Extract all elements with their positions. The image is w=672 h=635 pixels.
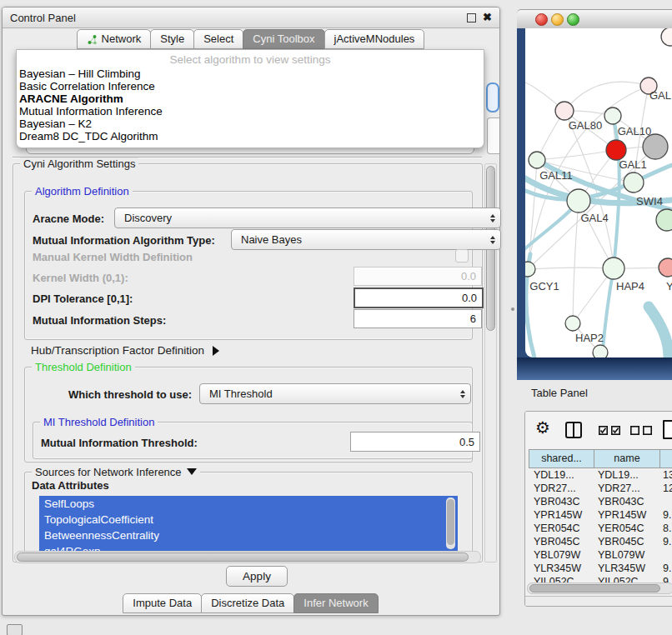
mi-threshold-field[interactable]: 0.5 — [350, 432, 480, 452]
table-cell: YBR045C — [529, 535, 593, 548]
network-canvas[interactable]: GALGAL80GAL10GAL1GAL11SWI4GAL4GCY1HAP4YH… — [525, 28, 672, 358]
network-node-swi4[interactable] — [624, 172, 644, 192]
network-node-gcy1[interactable] — [525, 262, 535, 277]
manual-kernel-checkbox[interactable] — [455, 249, 469, 262]
network-edge[interactable] — [649, 307, 669, 358]
hub-definition-expander[interactable]: Hub/Transcription Factor Definition — [31, 344, 219, 357]
table-horizontal-scrollbar[interactable] — [527, 582, 672, 594]
gear-icon[interactable]: ⚙ — [535, 418, 550, 438]
select-all-columns-icon[interactable] — [599, 426, 620, 435]
network-node[interactable] — [643, 134, 668, 159]
tab-cyni-toolbox[interactable]: Cyni Toolbox — [243, 29, 324, 49]
network-node-gal4[interactable] — [567, 189, 590, 212]
which-threshold-select[interactable]: MI Threshold — [199, 383, 471, 404]
table-cell: YBL079W — [593, 548, 658, 562]
aracne-mode-select[interactable]: Discovery — [114, 208, 501, 228]
table-cell: 8. — [658, 522, 672, 535]
network-edge[interactable] — [537, 150, 616, 160]
column-header[interactable]: name — [594, 449, 660, 468]
table-row[interactable]: YBR043CYBR043C — [529, 495, 672, 508]
network-node-hap2[interactable] — [565, 316, 580, 331]
tab-infer-network[interactable]: Infer Network — [293, 593, 378, 613]
sources-legend[interactable]: Sources for Network Inference — [32, 466, 200, 478]
table-row[interactable]: YDL19...YDL19...13 — [529, 468, 672, 482]
data-attribute-item[interactable]: SelfLoops — [39, 496, 458, 512]
deselect-all-columns-icon[interactable] — [630, 426, 652, 435]
data-attribute-item[interactable]: BetweennessCentrality — [39, 528, 458, 543]
table-cell: YPR145W — [529, 508, 593, 522]
column-header[interactable]: shared... — [529, 449, 594, 468]
table-row[interactable]: YDR27...YDR27...12 — [529, 482, 672, 495]
file-icon[interactable] — [663, 420, 672, 439]
zoom-traffic-light-icon[interactable] — [567, 13, 579, 26]
table-cell: YBR043C — [593, 495, 658, 508]
network-node[interactable] — [661, 28, 672, 46]
table-body: YDL19...YDL19...13YDR27...YDR27...12YBR0… — [529, 468, 672, 588]
network-node[interactable] — [656, 209, 672, 231]
algorithm-option[interactable]: Bayesian – Hill Climbing — [17, 68, 484, 80]
cyni-settings-legend: Cyni Algorithm Settings — [20, 158, 138, 170]
algorithm-definition-legend: Algorithm Definition — [32, 185, 133, 198]
settings-horizontal-scrollbar[interactable] — [14, 551, 481, 563]
data-attribute-item[interactable]: TopologicalCoefficient — [39, 512, 458, 528]
network-node-gal11[interactable] — [529, 152, 545, 168]
mi-type-select[interactable]: Naive Bayes — [231, 229, 501, 250]
split-columns-icon[interactable] — [565, 422, 582, 438]
data-attribute-item[interactable]: gal4RGexp — [39, 543, 458, 551]
table-header-row: shared...name — [529, 449, 672, 468]
network-node-gal10[interactable] — [604, 108, 621, 124]
data-attributes-list[interactable]: SelfLoopsTopologicalCoefficientBetweenne… — [39, 496, 458, 551]
network-node-y[interactable] — [659, 258, 672, 277]
attributes-scrollbar[interactable] — [446, 498, 455, 549]
tab-discretize-data[interactable]: Discretize Data — [201, 593, 294, 613]
attributes-scrollbar-thumb[interactable] — [447, 499, 454, 545]
close-icon[interactable]: ✖ — [483, 13, 492, 22]
network-edge[interactable] — [564, 82, 649, 111]
table-panel-toolbar: ⚙ — [525, 412, 672, 448]
table-row[interactable]: YPR145WYPR145W9. — [529, 508, 672, 522]
table-horizontal-scrollbar-thumb[interactable] — [529, 584, 660, 592]
close-traffic-light-icon[interactable] — [535, 13, 548, 26]
table-row[interactable]: YLR345WYLR345W9. — [529, 562, 672, 575]
tab-label: Select — [203, 30, 233, 48]
algorithm-option[interactable]: Mutual Information Inference — [17, 105, 484, 118]
tab-jactivemnodules[interactable]: jActiveMNodules — [324, 29, 425, 49]
network-window-titlebar[interactable] — [517, 9, 672, 29]
tab-label: Cyni Toolbox — [253, 30, 314, 48]
network-node-gal1[interactable] — [606, 140, 626, 160]
network-edge[interactable] — [573, 201, 579, 323]
tab-style[interactable]: Style — [150, 29, 194, 49]
network-node-gal80[interactable] — [555, 102, 574, 120]
mi-type-value: Naive Bayes — [241, 233, 302, 246]
aracne-mode-value: Discovery — [124, 212, 172, 224]
mi-steps-field[interactable]: 6 — [354, 309, 482, 328]
network-node[interactable] — [593, 345, 608, 358]
aracne-mode-label: Aracne Mode: — [33, 212, 104, 225]
collapsed-panel-icon[interactable] — [7, 624, 23, 635]
table-cell — [658, 548, 672, 562]
algorithm-option[interactable]: Dream8 DC_TDC Algorithm — [17, 130, 484, 142]
threshold-definition-legend: Threshold Definition — [32, 361, 135, 373]
algorithm-option[interactable]: Bayesian – K2 — [17, 118, 484, 130]
tab-network[interactable]: Network — [77, 29, 152, 49]
network-graph[interactable]: GALGAL80GAL10GAL1GAL11SWI4GAL4GCY1HAP4YH… — [525, 28, 672, 358]
column-header[interactable] — [660, 449, 672, 468]
kernel-width-field[interactable]: 0.0 — [354, 267, 482, 286]
tab-select[interactable]: Select — [193, 29, 243, 49]
apply-button[interactable]: Apply — [226, 566, 288, 587]
table-row[interactable]: YER054CYER054C8. — [529, 522, 672, 535]
table-row[interactable]: YBL079WYBL079W — [529, 548, 672, 562]
tab-impute-data[interactable]: Impute Data — [123, 593, 202, 613]
dpi-tolerance-field[interactable]: 0.0 — [354, 288, 484, 308]
network-node-hap4[interactable] — [603, 258, 624, 279]
float-icon[interactable] — [467, 13, 476, 22]
algorithm-option[interactable]: ARACNE Algorithm — [17, 92, 484, 105]
tab-label: Network — [102, 30, 142, 48]
network-edge[interactable] — [528, 268, 614, 269]
minimize-traffic-light-icon[interactable] — [551, 13, 564, 26]
table-cell: 13 — [658, 468, 672, 482]
algorithm-option[interactable]: Basic Correlation Inference — [17, 80, 484, 92]
panel-resize-handle[interactable] — [511, 308, 514, 311]
table-row[interactable]: YBR045CYBR045C9. — [529, 535, 672, 548]
settings-horizontal-scrollbar-thumb[interactable] — [17, 552, 469, 562]
